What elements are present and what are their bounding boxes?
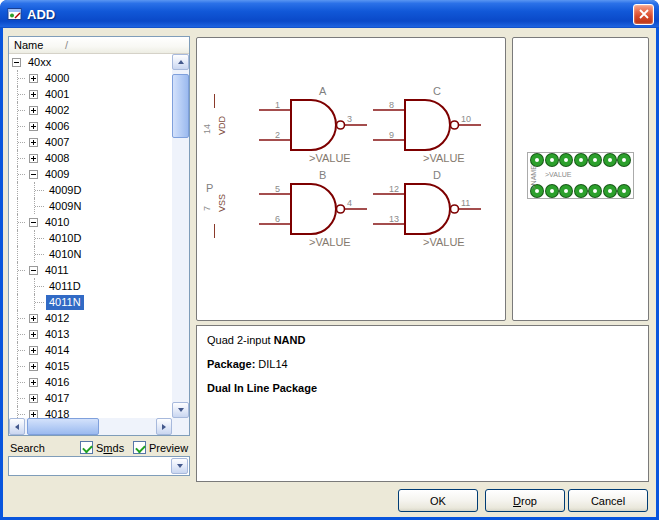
tree-guide-line	[12, 326, 29, 342]
tree-guide-line	[12, 166, 29, 182]
expand-icon[interactable]	[29, 346, 38, 355]
expand-icon[interactable]	[29, 394, 38, 403]
collapse-icon[interactable]	[29, 266, 38, 275]
tree-item-4011[interactable]: 4011	[9, 262, 172, 278]
tree-item-4012[interactable]: 4012	[9, 310, 172, 326]
expand-icon[interactable]	[29, 154, 38, 163]
arrow-up-icon	[178, 60, 184, 64]
expand-icon[interactable]	[29, 378, 38, 387]
tree-guide-line	[29, 182, 46, 198]
tree-item-4016[interactable]: 4016	[9, 374, 172, 390]
tree-item-4011n-selected[interactable]: 4011N	[9, 294, 172, 310]
tree-item-40xx[interactable]: 40xx	[9, 54, 172, 70]
expand-icon[interactable]	[29, 410, 38, 419]
value-placeholder: >VALUE	[309, 236, 351, 248]
expand-icon[interactable]	[29, 138, 38, 147]
close-button[interactable]	[633, 4, 654, 25]
search-combobox[interactable]	[8, 456, 190, 476]
tree-item-4007[interactable]: 4007	[9, 134, 172, 150]
tree-guide-line	[12, 150, 29, 166]
tree-item-4018[interactable]: 4018	[9, 406, 172, 418]
pin-number: 3	[347, 114, 352, 124]
ok-button[interactable]: OK	[398, 489, 478, 512]
nand-gate-d: D 12 13 11 >VALUE	[373, 172, 483, 252]
gate-letter: D	[433, 169, 441, 181]
tree-item-4009d[interactable]: 4009D	[9, 182, 172, 198]
horizontal-scroll-thumb[interactable]	[27, 418, 99, 435]
nand-gate-b: B 5 6 4 >VALUE	[259, 172, 369, 252]
symbol-preview-panel: 14 VDD P 7 VSS A 1 2 3	[196, 37, 506, 321]
preview-checkbox[interactable]: Preview	[133, 441, 188, 454]
tree-item-4009n[interactable]: 4009N	[9, 198, 172, 214]
tree-item-4017[interactable]: 4017	[9, 390, 172, 406]
power-pin-line	[214, 94, 215, 108]
pin-number: 13	[389, 214, 399, 224]
window-title: ADD	[27, 7, 633, 22]
tree-item-4015[interactable]: 4015	[9, 358, 172, 374]
pad	[618, 154, 630, 166]
tree-item-4008[interactable]: 4008	[9, 150, 172, 166]
collapse-icon[interactable]	[29, 218, 38, 227]
collapse-icon[interactable]	[29, 170, 38, 179]
tree-guide-line	[12, 406, 29, 418]
scroll-down-button[interactable]	[172, 402, 189, 418]
nand-gate-a: A 1 2 3 >VALUE	[259, 88, 369, 168]
vertical-scrollbar[interactable]	[172, 54, 189, 418]
expand-icon[interactable]	[29, 314, 38, 323]
cancel-button[interactable]: Cancel	[568, 489, 648, 512]
description-panel: Quad 2-input NAND Package: DIL14 Dual In…	[196, 325, 649, 482]
tree-guide-line	[12, 390, 29, 406]
expand-icon[interactable]	[29, 362, 38, 371]
tree-item-4013[interactable]: 4013	[9, 326, 172, 342]
collapse-icon[interactable]	[12, 58, 21, 67]
scroll-right-button[interactable]	[156, 418, 172, 435]
tree-item-4010d[interactable]: 4010D	[9, 230, 172, 246]
scroll-left-button[interactable]	[9, 418, 25, 435]
smds-checkbox-label: Smds	[96, 442, 124, 454]
expand-icon[interactable]	[29, 74, 38, 83]
package-preview-panel: >NAME >VALUE	[512, 37, 649, 321]
power-pin-name-vdd: VDD	[217, 109, 227, 135]
power-pin-number: 7	[202, 191, 212, 211]
tree-item-4000[interactable]: 4000	[9, 70, 172, 86]
tree-guide-line	[12, 134, 29, 150]
expand-icon[interactable]	[29, 90, 38, 99]
tree-item-4001[interactable]: 4001	[9, 86, 172, 102]
tree-guide-line	[12, 86, 29, 102]
expand-icon[interactable]	[29, 106, 38, 115]
checkmark-icon	[133, 441, 146, 454]
pin-number: 2	[275, 130, 280, 140]
tree-item-4010[interactable]: 4010	[9, 214, 172, 230]
tree-guide-line	[12, 374, 29, 390]
combo-dropdown-button[interactable]	[171, 458, 188, 474]
device-description: Quad 2-input NAND	[207, 334, 638, 346]
package-type: Dual In Line Package	[207, 382, 638, 394]
horizontal-scrollbar[interactable]	[9, 418, 172, 435]
pin-number: 9	[389, 130, 394, 140]
expand-icon[interactable]	[29, 122, 38, 131]
tree-item-4009[interactable]: 4009	[9, 166, 172, 182]
tree-column-header[interactable]: Name /	[9, 37, 189, 54]
tree-guide-line	[29, 278, 46, 294]
nand-gate-c: C 8 9 10 >VALUE	[373, 88, 483, 168]
tree-item-4002[interactable]: 4002	[9, 102, 172, 118]
smds-checkbox[interactable]: Smds	[80, 441, 124, 454]
tree-guide-line	[12, 294, 29, 310]
tree-guide-line	[12, 310, 29, 326]
dialog-body: Name / 40xx 4000 4001 4002 4006 4007 400…	[3, 28, 656, 517]
scroll-up-button[interactable]	[172, 54, 189, 70]
search-input[interactable]	[11, 458, 170, 474]
tree-header-label: Name	[14, 39, 43, 51]
tree-item-4014[interactable]: 4014	[9, 342, 172, 358]
arrow-left-icon	[15, 424, 19, 430]
value-placeholder: >VALUE	[423, 152, 465, 164]
pad	[560, 154, 572, 166]
drop-button[interactable]: Drop	[485, 489, 565, 512]
title-bar[interactable]: ADD	[0, 0, 659, 28]
vertical-scroll-thumb[interactable]	[172, 74, 189, 138]
tree-item-4011d[interactable]: 4011D	[9, 278, 172, 294]
package-info: Package: DIL14	[207, 358, 638, 370]
tree-item-4006[interactable]: 4006	[9, 118, 172, 134]
tree-item-4010n[interactable]: 4010N	[9, 246, 172, 262]
expand-icon[interactable]	[29, 330, 38, 339]
